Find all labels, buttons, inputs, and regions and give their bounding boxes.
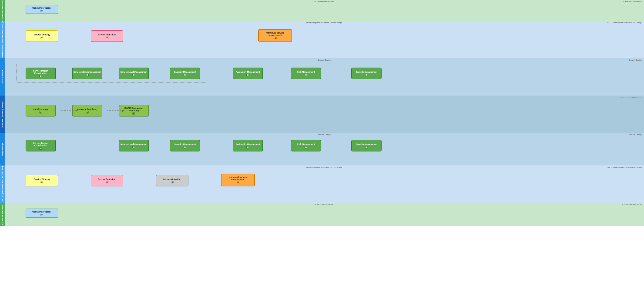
node-continual-service-improvement-bot[interactable]: Continual Service Improvement⊞: [221, 174, 255, 186]
expand-icon-slm-top: ⊞: [132, 74, 135, 76]
expand-icon-geschaeftsprozesse-top: ⊞: [40, 10, 43, 12]
node-service-strategy-top[interactable]: Service Strategy⊞: [26, 30, 58, 42]
row-itsm-outside-top: ITSM Disziplinen außerhalb Service Desig…: [0, 21, 644, 58]
row-label-itscm: IT-Service Continuity Manager: [0, 96, 5, 133]
node-itscm-review[interactable]: ITSCM Review und Reporting⊞: [119, 105, 149, 116]
node-risk-top[interactable]: Risk Management⊞: [291, 68, 321, 79]
expand-icon-service-operation-bot: ⊞: [171, 181, 174, 183]
row-content-it-consumers-top: IT ServicekonsumentenIT Statuskonsumente…: [5, 0, 644, 21]
expand-icon-service-strategy-bot: ⊞: [40, 181, 43, 183]
row-content-it-consumers-bot: IT ServicekonsumentenIT Servicekonsument…: [5, 203, 644, 226]
node-notfallvorsorge[interactable]: Notfallvorsorge⊞: [26, 105, 56, 116]
node-sdc-top[interactable]: Service Design Koordination⊞: [26, 68, 56, 79]
row-right-title-itsm-outside-top: ITSM Disziplinen außerhalb Service Desig…: [606, 22, 642, 24]
node-katastrophenuebung[interactable]: Katastrophenübung⊞: [72, 105, 102, 116]
node-label-skm-top: Servicekatalogmanagement: [73, 71, 101, 73]
diagram-container: IT-ServicekonsumentenIT Servicekonsument…: [0, 0, 644, 226]
row-title-service-design-bot: Service Design: [318, 133, 330, 136]
node-label-service-strategy-bot: Service Strategy: [34, 178, 50, 180]
row-content-service-design-bot: Service DesignService DesignService Desi…: [5, 133, 644, 166]
row-right-title-itscm: IT Service Continuity Manager: [617, 96, 642, 98]
node-label-service-operation-bot: Service Operation: [163, 178, 181, 180]
node-label-geschaeftsprozesse-top: Geschäftsprozesse: [32, 7, 52, 9]
row-label-service-design-bot: Service Design: [0, 133, 5, 166]
expand-icon-avail-top: ⊞: [246, 74, 249, 76]
node-skm-top[interactable]: Servicekatalogmanagement⊞: [72, 68, 102, 79]
row-it-consumers-bot: IT-ServicekonsumentenIT Servicekonsument…: [0, 203, 644, 226]
node-geschaeftsprozesse-top[interactable]: Geschäftsprozesse⊞: [26, 5, 58, 14]
expand-icon-service-transition-top: ⊞: [106, 37, 108, 39]
node-label-sdc-top: Service Design Koordination: [27, 70, 55, 74]
node-label-slm-bot: Service Level Management: [120, 143, 147, 145]
node-continual-service-improvement-top[interactable]: Continual Service Improvement⊞: [258, 29, 292, 42]
expand-icon-itscm-review: ⊞: [132, 112, 135, 115]
node-label-service-strategy-top: Service Strategy: [34, 34, 50, 36]
node-avail-bot[interactable]: Availability Management⊞: [233, 140, 263, 152]
node-sec-bot[interactable]: Security Management⊞: [351, 140, 382, 152]
node-sdc-bot[interactable]: Service Design Koordination⊞: [26, 140, 56, 152]
row-service-design-bot: Service DesignService DesignService Desi…: [0, 133, 644, 166]
row-title-it-consumers-bot: IT Servicekonsumenten: [314, 203, 334, 206]
row-label-itsm-outside-bot: ITSM Disziplinen außerhalb Service Desig…: [0, 166, 5, 203]
node-cap-top[interactable]: Capacity Management⊞: [170, 68, 200, 79]
node-service-operation-bot[interactable]: Service Operation⊞: [156, 175, 188, 186]
row-label-it-consumers-bot: IT-Servicekonsumenten: [0, 203, 5, 226]
row-content-service-design-top: Service DesignService DesignService Desi…: [5, 58, 644, 96]
node-label-continual-service-improvement-bot: Continual Service Improvement: [222, 176, 254, 181]
node-label-service-transition-bot: Service Transition: [98, 178, 116, 180]
node-label-slm-top: Service Level Management: [120, 71, 147, 73]
row-label-itsm-outside-top: ITSM Disziplinen außerhalb Service Desig…: [0, 21, 5, 58]
node-service-transition-bot[interactable]: Service Transition⊞: [91, 175, 123, 186]
node-slm-bot[interactable]: Service Level Management⊞: [119, 140, 149, 152]
node-risk-bot[interactable]: Risk Management⊞: [291, 140, 321, 152]
row-title-it-consumers-top: IT Servicekonsumenten: [314, 1, 334, 3]
expand-icon-service-strategy-top: ⊞: [40, 37, 43, 39]
row-service-design-top: Service DesignService DesignService Desi…: [0, 58, 644, 96]
expand-icon-avail-bot: ⊞: [246, 146, 249, 148]
expand-icon-sec-top: ⊞: [365, 74, 368, 76]
row-it-consumers-top: IT-ServicekonsumentenIT Servicekonsument…: [0, 0, 644, 21]
row-label-service-design-top: Service Design: [0, 58, 5, 96]
node-sec-top[interactable]: Security Management⊞: [351, 68, 382, 79]
row-right-title-itsm-outside-bot: ITSM Disziplinen außerhalb Service Desig…: [606, 166, 642, 168]
expand-icon-skm-top: ⊞: [86, 74, 89, 76]
expand-icon-continual-service-improvement-top: ⊞: [274, 37, 277, 39]
row-title-itsm-outside-bot: ITSM Disziplinen außerhalb Service Desig…: [306, 166, 342, 168]
row-content-itsm-outside-top: ITSM Disziplinen außerhalb Service Desig…: [5, 21, 644, 58]
row-label-it-consumers-top: IT-Servicekonsumenten: [0, 0, 5, 21]
node-label-notfallvorsorge: Notfallvorsorge: [33, 108, 49, 110]
node-label-katastrophenuebung: Katastrophenübung: [77, 108, 97, 110]
node-label-cap-bot: Capacity Management: [174, 143, 196, 145]
expand-icon-sdc-top: ⊞: [39, 75, 42, 77]
expand-icon-katastrophenuebung: ⊞: [86, 111, 89, 113]
expand-icon-cap-bot: ⊞: [184, 146, 186, 148]
node-label-sdc-bot: Service Design Koordination: [27, 142, 55, 146]
row-content-itsm-outside-bot: ITSM Disziplinen außerhalb Service Desig…: [5, 166, 644, 203]
node-label-itscm-review: ITSCM Review und Reporting: [120, 107, 148, 112]
expand-icon-continual-service-improvement-bot: ⊞: [236, 182, 240, 184]
row-title-service-design-top: Service Design: [318, 59, 330, 61]
node-label-sec-top: Security Management: [356, 71, 377, 73]
row-itscm: IT-Service Continuity ManagerIT Service …: [0, 96, 644, 133]
row-right-title-service-design-bot: Service Design: [629, 133, 642, 136]
row-title-itsm-outside-top: ITSM Disziplinen außerhalb Service Desig…: [306, 22, 342, 24]
node-label-risk-bot: Risk Management: [297, 143, 315, 145]
node-service-transition-top[interactable]: Service Transition⊞: [91, 30, 123, 42]
expand-icon-sdc-bot: ⊞: [39, 147, 42, 149]
expand-icon-risk-bot: ⊞: [304, 146, 307, 148]
node-avail-top[interactable]: Availability Management⊞: [233, 68, 263, 79]
node-slm-top[interactable]: Service Level Management⊞: [119, 68, 149, 79]
expand-icon-notfallvorsorge: ⊞: [39, 111, 42, 113]
node-label-sec-bot: Security Management: [356, 143, 377, 145]
node-label-avail-top: Availability Management: [236, 71, 260, 73]
expand-icon-cap-top: ⊞: [184, 74, 186, 76]
row-right-title-it-consumers-bot: IT Servicekonsumenten: [622, 203, 642, 206]
expand-icon-risk-top: ⊞: [304, 74, 307, 76]
node-geschaeftsprozesse-bot[interactable]: Geschäftsprozesse⊞: [26, 209, 58, 218]
row-itsm-outside-bot: ITSM Disziplinen außerhalb Service Desig…: [0, 166, 644, 203]
node-label-cap-top: Capacity Management: [174, 71, 196, 73]
node-cap-bot[interactable]: Capacity Management⊞: [170, 140, 200, 152]
node-service-strategy-bot[interactable]: Service Strategy⊞: [26, 175, 58, 186]
node-label-service-transition-top: Service Transition: [98, 34, 116, 36]
expand-icon-sec-bot: ⊞: [365, 146, 368, 148]
